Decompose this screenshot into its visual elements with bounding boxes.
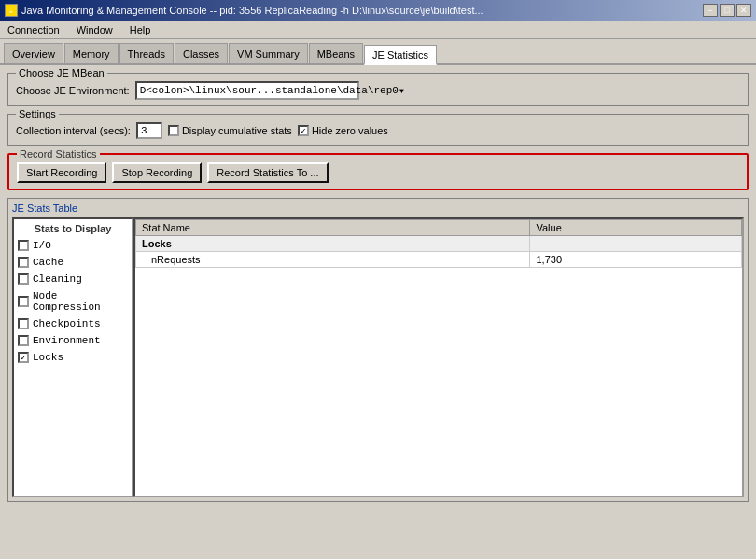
start-recording-button[interactable]: Start Recording	[17, 162, 106, 183]
node-compression-label: Node Compression	[33, 290, 128, 313]
locks-group-value	[530, 236, 742, 252]
locks-group-name: Locks	[136, 236, 530, 252]
locks-group-header: Locks	[136, 236, 742, 252]
menu-bar: Connection Window Help	[0, 21, 756, 39]
hide-zero-label: Hide zero values	[312, 125, 388, 136]
stats-right-panel: Stat Name Value Locks nRequests 1,730	[133, 217, 744, 497]
settings-group: Settings Collection interval (secs): Dis…	[7, 114, 749, 146]
menu-window[interactable]: Window	[73, 23, 117, 36]
checkbox-checkpoints[interactable]: Checkpoints	[18, 318, 128, 329]
io-label: I/O	[33, 240, 51, 251]
minimize-button[interactable]: −	[703, 4, 718, 17]
cleaning-label: Cleaning	[33, 273, 82, 285]
node-compression-checkbox[interactable]	[18, 296, 29, 307]
checkbox-environment[interactable]: Environment	[18, 335, 128, 346]
close-button[interactable]: ✕	[736, 4, 751, 17]
tab-memory[interactable]: Memory	[64, 43, 119, 63]
checkpoints-label: Checkpoints	[33, 318, 101, 329]
cleaning-checkbox[interactable]	[18, 273, 29, 285]
hide-zero-checkbox-item[interactable]: ✓ Hide zero values	[298, 125, 388, 136]
dropdown-arrow-icon: ▼	[399, 82, 404, 99]
title-text: Java Monitoring & Management Console -- …	[21, 5, 483, 16]
stats-container: Stats to Display I/O Cache Cleaning Node…	[12, 217, 744, 497]
n-requests-name: nRequests	[136, 252, 530, 268]
tab-mbeans[interactable]: MBeans	[309, 43, 363, 63]
stat-name-header: Stat Name	[136, 220, 530, 236]
je-stats-section: JE Stats Table Stats to Display I/O Cach…	[7, 198, 749, 502]
settings-row: Collection interval (secs): Display cumu…	[16, 122, 740, 139]
choose-env-row: Choose JE Environment: D<colon>\linux\so…	[16, 81, 740, 100]
record-statistics-group: Record Statistics Start Recording Stop R…	[7, 153, 749, 190]
table-row: nRequests 1,730	[136, 252, 742, 268]
record-statistics-legend: Record Statistics	[17, 148, 100, 160]
main-content: Choose JE MBean Choose JE Environment: D…	[0, 65, 756, 559]
record-statistics-to-button[interactable]: Record Statistics To ...	[207, 162, 328, 183]
environment-checkbox[interactable]	[18, 335, 29, 346]
collection-interval-label: Collection interval (secs):	[16, 125, 131, 136]
title-bar: ☕ Java Monitoring & Management Console -…	[0, 0, 756, 21]
tab-je-statistics[interactable]: JE Statistics	[364, 45, 437, 65]
io-checkbox[interactable]	[18, 240, 29, 251]
display-cumulative-checkbox-item[interactable]: Display cumulative stats	[168, 125, 292, 136]
tab-vm-summary[interactable]: VM Summary	[229, 43, 308, 63]
stats-left-panel: Stats to Display I/O Cache Cleaning Node…	[12, 217, 133, 497]
tab-classes[interactable]: Classes	[175, 43, 228, 63]
menu-help[interactable]: Help	[126, 23, 155, 36]
tab-overview[interactable]: Overview	[4, 43, 63, 63]
n-requests-value: 1,730	[530, 252, 742, 268]
value-header: Value	[530, 220, 742, 236]
locks-label: Locks	[33, 352, 63, 363]
stats-to-display-title: Stats to Display	[18, 223, 128, 234]
env-dropdown-value: D<colon>\linux\sour...standalone\data\re…	[140, 85, 399, 96]
stats-table: Stat Name Value Locks nRequests 1,730	[135, 219, 742, 268]
environment-label: Environment	[33, 335, 101, 346]
checkbox-io[interactable]: I/O	[18, 240, 128, 251]
display-cumulative-checkbox[interactable]	[168, 125, 179, 136]
je-stats-title: JE Stats Table	[12, 203, 744, 214]
settings-legend: Settings	[16, 108, 59, 119]
choose-mbean-group: Choose JE MBean Choose JE Environment: D…	[7, 73, 749, 106]
record-buttons-row: Start Recording Stop Recording Record St…	[17, 162, 739, 183]
maximize-button[interactable]: □	[720, 4, 735, 17]
app-icon: ☕	[5, 4, 18, 17]
checkbox-cleaning[interactable]: Cleaning	[18, 273, 128, 285]
hide-zero-checkbox[interactable]: ✓	[298, 125, 309, 136]
checkbox-node-compression[interactable]: Node Compression	[18, 290, 128, 313]
tab-bar: Overview Memory Threads Classes VM Summa…	[0, 39, 756, 65]
env-label: Choose JE Environment:	[16, 85, 130, 96]
tab-threads[interactable]: Threads	[119, 43, 174, 63]
checkbox-cache[interactable]: Cache	[18, 257, 128, 268]
checkbox-locks[interactable]: ✓ Locks	[18, 352, 128, 363]
cache-label: Cache	[33, 257, 63, 268]
menu-connection[interactable]: Connection	[4, 23, 63, 36]
title-buttons: − □ ✕	[703, 4, 751, 17]
checkpoints-checkbox[interactable]	[18, 318, 29, 329]
env-dropdown[interactable]: D<colon>\linux\sour...standalone\data\re…	[135, 81, 359, 100]
choose-mbean-legend: Choose JE MBean	[16, 67, 107, 78]
display-cumulative-label: Display cumulative stats	[182, 125, 292, 136]
locks-checkbox[interactable]: ✓	[18, 352, 29, 363]
stop-recording-button[interactable]: Stop Recording	[112, 162, 202, 183]
collection-interval-input[interactable]	[136, 122, 162, 139]
cache-checkbox[interactable]	[18, 257, 29, 268]
